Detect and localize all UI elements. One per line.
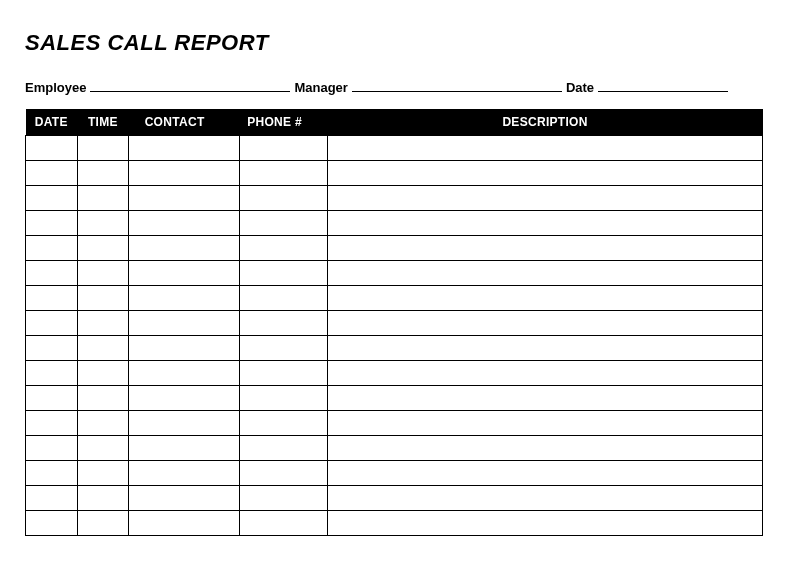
table-row (26, 511, 763, 536)
cell-phone[interactable] (239, 411, 327, 436)
cell-time[interactable] (77, 436, 129, 461)
cell-time[interactable] (77, 336, 129, 361)
date-field-line[interactable] (598, 78, 728, 92)
cell-description[interactable] (328, 286, 763, 311)
cell-time[interactable] (77, 261, 129, 286)
cell-contact[interactable] (129, 136, 240, 161)
page-title: SALES CALL REPORT (25, 30, 763, 56)
cell-contact[interactable] (129, 311, 240, 336)
cell-contact[interactable] (129, 336, 240, 361)
cell-time[interactable] (77, 461, 129, 486)
cell-date[interactable] (26, 511, 78, 536)
cell-contact[interactable] (129, 486, 240, 511)
table-row (26, 236, 763, 261)
cell-description[interactable] (328, 436, 763, 461)
cell-phone[interactable] (239, 311, 327, 336)
cell-description[interactable] (328, 511, 763, 536)
date-label: Date (566, 80, 594, 95)
cell-contact[interactable] (129, 436, 240, 461)
cell-date[interactable] (26, 261, 78, 286)
cell-description[interactable] (328, 136, 763, 161)
cell-contact[interactable] (129, 236, 240, 261)
cell-phone[interactable] (239, 211, 327, 236)
cell-description[interactable] (328, 236, 763, 261)
cell-phone[interactable] (239, 261, 327, 286)
cell-description[interactable] (328, 311, 763, 336)
table-row (26, 311, 763, 336)
table-row (26, 286, 763, 311)
cell-phone[interactable] (239, 336, 327, 361)
employee-label: Employee (25, 80, 86, 95)
manager-field-line[interactable] (352, 78, 562, 92)
table-row (26, 386, 763, 411)
cell-date[interactable] (26, 211, 78, 236)
cell-date[interactable] (26, 361, 78, 386)
cell-contact[interactable] (129, 461, 240, 486)
cell-contact[interactable] (129, 186, 240, 211)
cell-time[interactable] (77, 311, 129, 336)
table-row (26, 186, 763, 211)
cell-date[interactable] (26, 386, 78, 411)
cell-description[interactable] (328, 211, 763, 236)
manager-label: Manager (294, 80, 347, 95)
cell-phone[interactable] (239, 136, 327, 161)
cell-date[interactable] (26, 136, 78, 161)
cell-time[interactable] (77, 361, 129, 386)
cell-time[interactable] (77, 186, 129, 211)
cell-description[interactable] (328, 336, 763, 361)
cell-description[interactable] (328, 186, 763, 211)
cell-date[interactable] (26, 486, 78, 511)
cell-time[interactable] (77, 411, 129, 436)
table-row (26, 436, 763, 461)
cell-time[interactable] (77, 161, 129, 186)
cell-contact[interactable] (129, 411, 240, 436)
cell-phone[interactable] (239, 236, 327, 261)
cell-date[interactable] (26, 311, 78, 336)
cell-contact[interactable] (129, 211, 240, 236)
cell-phone[interactable] (239, 461, 327, 486)
cell-description[interactable] (328, 161, 763, 186)
cell-time[interactable] (77, 236, 129, 261)
col-header-phone: PHONE # (239, 109, 327, 136)
cell-phone[interactable] (239, 386, 327, 411)
cell-date[interactable] (26, 461, 78, 486)
table-row (26, 361, 763, 386)
cell-description[interactable] (328, 486, 763, 511)
cell-time[interactable] (77, 511, 129, 536)
cell-time[interactable] (77, 136, 129, 161)
cell-description[interactable] (328, 386, 763, 411)
cell-date[interactable] (26, 286, 78, 311)
cell-time[interactable] (77, 286, 129, 311)
cell-description[interactable] (328, 461, 763, 486)
cell-date[interactable] (26, 336, 78, 361)
cell-date[interactable] (26, 236, 78, 261)
cell-date[interactable] (26, 186, 78, 211)
employee-field-line[interactable] (90, 78, 290, 92)
cell-time[interactable] (77, 486, 129, 511)
cell-date[interactable] (26, 411, 78, 436)
table-row (26, 136, 763, 161)
cell-time[interactable] (77, 386, 129, 411)
cell-description[interactable] (328, 261, 763, 286)
cell-phone[interactable] (239, 436, 327, 461)
cell-description[interactable] (328, 361, 763, 386)
cell-date[interactable] (26, 436, 78, 461)
cell-description[interactable] (328, 411, 763, 436)
cell-contact[interactable] (129, 361, 240, 386)
cell-phone[interactable] (239, 286, 327, 311)
cell-contact[interactable] (129, 261, 240, 286)
cell-phone[interactable] (239, 161, 327, 186)
cell-phone[interactable] (239, 486, 327, 511)
cell-contact[interactable] (129, 286, 240, 311)
col-header-description: DESCRIPTION (328, 109, 763, 136)
table-row (26, 486, 763, 511)
cell-time[interactable] (77, 211, 129, 236)
cell-phone[interactable] (239, 186, 327, 211)
cell-phone[interactable] (239, 511, 327, 536)
cell-contact[interactable] (129, 386, 240, 411)
cell-phone[interactable] (239, 361, 327, 386)
table-row (26, 161, 763, 186)
cell-contact[interactable] (129, 511, 240, 536)
cell-contact[interactable] (129, 161, 240, 186)
cell-date[interactable] (26, 161, 78, 186)
